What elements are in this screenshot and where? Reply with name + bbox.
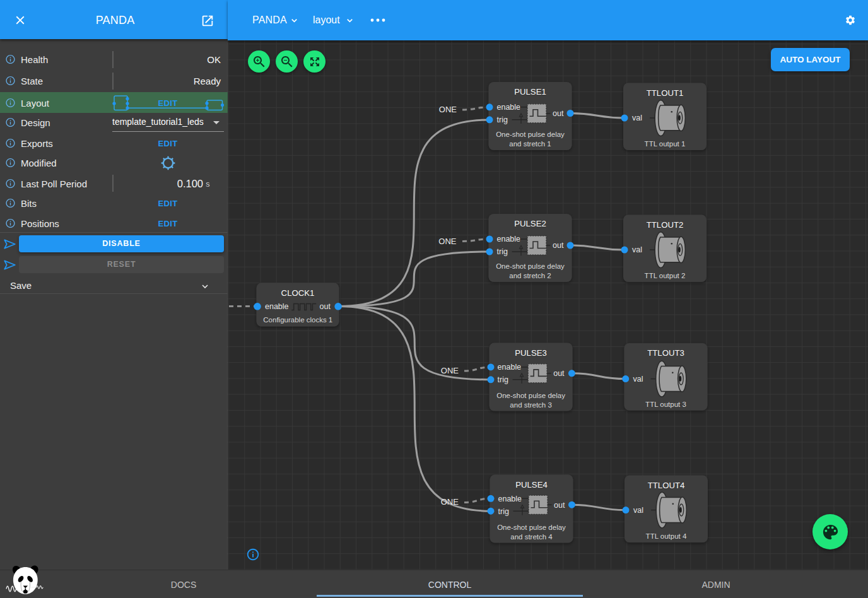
- svg-text:out: out: [320, 302, 331, 311]
- svg-text:enable: enable: [497, 235, 521, 243]
- svg-text:TTLOUT1: TTLOUT1: [647, 88, 684, 98]
- svg-text:and stretch 2: and stretch 2: [509, 272, 551, 279]
- svg-text:enable: enable: [497, 103, 521, 112]
- svg-text:TTL output 3: TTL output 3: [645, 401, 686, 408]
- svg-text:One-shot pulse delay: One-shot pulse delay: [497, 524, 566, 531]
- svg-text:PULSE3: PULSE3: [515, 348, 547, 358]
- svg-text:TTL output 2: TTL output 2: [645, 272, 686, 279]
- svg-text:One-shot pulse delay: One-shot pulse delay: [496, 131, 565, 138]
- svg-text:TTLOUT2: TTLOUT2: [647, 220, 684, 230]
- svg-text:trig: trig: [497, 247, 508, 256]
- svg-text:ONE: ONE: [439, 105, 457, 114]
- svg-text:out: out: [554, 501, 565, 510]
- svg-text:val: val: [632, 114, 642, 122]
- svg-text:One-shot pulse delay: One-shot pulse delay: [496, 392, 565, 399]
- svg-text:TTL output 4: TTL output 4: [646, 532, 687, 540]
- svg-text:ONE: ONE: [438, 237, 457, 246]
- svg-text:ONE: ONE: [441, 497, 459, 507]
- svg-text:and stretch 1: and stretch 1: [509, 140, 551, 148]
- svg-text:TTL output 1: TTL output 1: [645, 140, 686, 148]
- svg-text:val: val: [632, 245, 642, 254]
- svg-text:enable: enable: [265, 302, 289, 311]
- svg-text:enable: enable: [498, 363, 522, 372]
- svg-text:Configurable clocks 1: Configurable clocks 1: [263, 316, 332, 324]
- svg-text:TTLOUT4: TTLOUT4: [648, 481, 685, 490]
- svg-text:and stretch 4: and stretch 4: [510, 533, 553, 541]
- svg-text:PULSE2: PULSE2: [514, 219, 546, 228]
- svg-text:out: out: [553, 109, 564, 118]
- svg-text:out: out: [553, 369, 565, 378]
- svg-text:ONE: ONE: [441, 366, 459, 375]
- svg-text:val: val: [633, 506, 643, 515]
- svg-text:trig: trig: [497, 115, 508, 124]
- svg-text:TTLOUT3: TTLOUT3: [647, 348, 684, 358]
- svg-text:trig: trig: [498, 507, 509, 516]
- svg-text:and stretch 3: and stretch 3: [510, 401, 551, 409]
- svg-text:PULSE4: PULSE4: [515, 480, 548, 490]
- svg-text:val: val: [633, 375, 643, 384]
- svg-text:CLOCK1: CLOCK1: [281, 288, 315, 298]
- svg-text:One-shot pulse delay: One-shot pulse delay: [496, 262, 565, 270]
- svg-text:out: out: [553, 241, 564, 250]
- svg-text:trig: trig: [498, 375, 508, 384]
- svg-text:PULSE1: PULSE1: [514, 87, 546, 97]
- svg-text:enable: enable: [498, 495, 522, 503]
